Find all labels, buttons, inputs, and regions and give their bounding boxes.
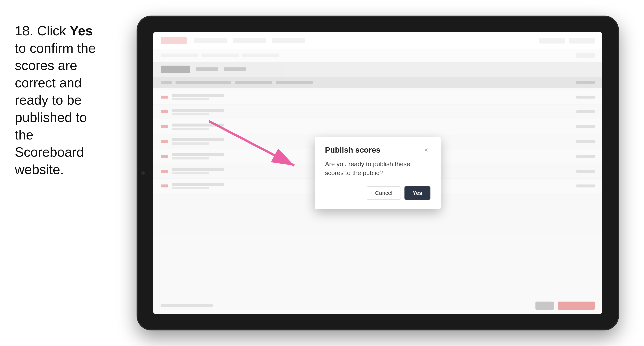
bold-yes: Yes	[70, 23, 93, 38]
modal-yes-button[interactable]: Yes	[404, 186, 430, 200]
instruction-text: 18. Click Yes to confirm the scores are …	[0, 0, 111, 189]
modal-overlay: Publish scores × Are you ready to publis…	[153, 32, 602, 314]
instruction-text-after: to confirm the scores are correct and re…	[15, 41, 96, 177]
instruction-text-before: Click	[37, 23, 70, 38]
step-number: 18.	[15, 23, 34, 38]
close-icon: ×	[424, 146, 428, 154]
page-container: 18. Click Yes to confirm the scores are …	[0, 0, 644, 346]
tablet-wrapper: Publish scores × Are you ready to publis…	[111, 15, 644, 331]
modal-header: Publish scores ×	[325, 146, 430, 155]
modal-footer: Cancel Yes	[325, 186, 430, 200]
modal-cancel-button[interactable]: Cancel	[366, 186, 400, 200]
modal-dialog: Publish scores × Are you ready to publis…	[315, 137, 441, 209]
modal-close-button[interactable]: ×	[422, 146, 430, 154]
modal-title: Publish scores	[325, 146, 380, 155]
tablet-screen: Publish scores × Are you ready to publis…	[153, 32, 602, 314]
tablet-device: Publish scores × Are you ready to publis…	[136, 15, 619, 331]
tablet-camera	[142, 171, 145, 175]
screen-content: Publish scores × Are you ready to publis…	[153, 32, 602, 314]
modal-body-text: Are you ready to publish these scores to…	[325, 160, 430, 177]
